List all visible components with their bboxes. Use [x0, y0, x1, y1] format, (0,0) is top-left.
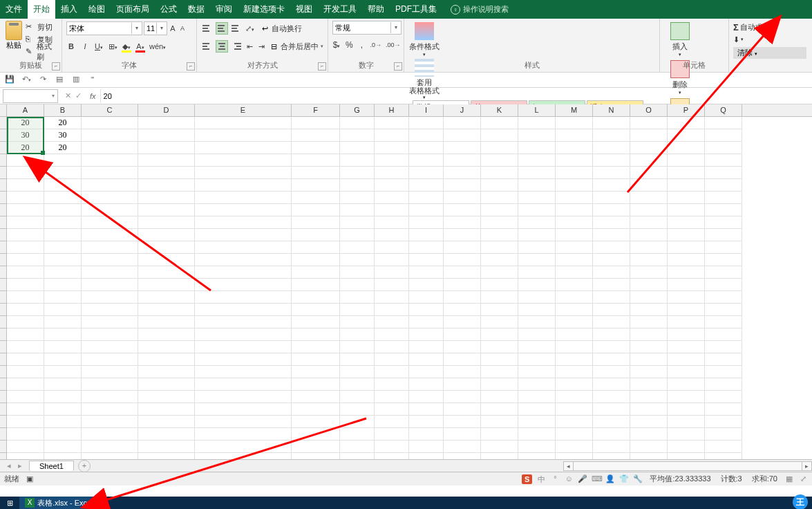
cell[interactable] — [375, 441, 409, 453]
col-header[interactable]: I — [409, 104, 444, 116]
align-bottom-button[interactable] — [230, 22, 243, 35]
cell[interactable] — [292, 117, 340, 129]
cell[interactable] — [409, 279, 444, 291]
phonetic-button[interactable]: wén▾ — [149, 40, 166, 53]
cell[interactable] — [195, 291, 292, 304]
comma-button[interactable]: , — [357, 39, 366, 51]
cell[interactable] — [340, 192, 375, 204]
cell[interactable] — [630, 291, 668, 304]
cell[interactable] — [630, 341, 668, 353]
fill-button[interactable]: ⬇▾ — [733, 33, 806, 46]
cell[interactable] — [668, 341, 705, 353]
cell[interactable] — [409, 453, 444, 459]
cell[interactable] — [409, 129, 444, 142]
cell[interactable] — [138, 154, 195, 167]
tray-icon[interactable]: ° — [550, 474, 560, 484]
cell[interactable] — [705, 254, 742, 266]
cell[interactable] — [444, 266, 481, 279]
cell[interactable] — [44, 254, 82, 266]
cell[interactable] — [481, 142, 518, 154]
cell[interactable] — [82, 216, 138, 229]
cell[interactable] — [630, 179, 668, 192]
cell[interactable] — [668, 154, 705, 167]
fx-icon[interactable]: fx — [86, 92, 100, 100]
cell[interactable] — [630, 204, 668, 216]
cell[interactable] — [375, 204, 409, 216]
cell[interactable] — [138, 117, 195, 129]
cell[interactable] — [444, 279, 481, 291]
qat-icon[interactable]: ▤ — [54, 75, 65, 86]
cell[interactable] — [593, 453, 630, 459]
cell[interactable] — [705, 378, 742, 391]
cell[interactable] — [444, 328, 481, 341]
cell[interactable] — [518, 279, 556, 291]
cell[interactable] — [518, 167, 556, 179]
number-launcher[interactable]: ⌐ — [394, 62, 402, 71]
cell[interactable] — [593, 154, 630, 167]
cell[interactable] — [7, 291, 44, 304]
cell[interactable] — [556, 353, 593, 366]
assistant-badge[interactable]: 王 — [793, 494, 808, 509]
row-header[interactable] — [0, 204, 6, 216]
cell[interactable] — [340, 403, 375, 416]
cell[interactable] — [444, 216, 481, 229]
cell[interactable] — [340, 453, 375, 459]
row-header[interactable] — [0, 428, 6, 441]
cell[interactable] — [630, 216, 668, 229]
fill-color-button[interactable]: ◆▾ — [122, 40, 131, 53]
cell[interactable] — [444, 204, 481, 216]
cell[interactable] — [518, 378, 556, 391]
cell[interactable] — [593, 216, 630, 229]
align-middle-button[interactable] — [216, 22, 228, 35]
sheet-nav-prev[interactable]: ◂ — [0, 461, 18, 470]
cell[interactable] — [444, 428, 481, 441]
cell[interactable] — [444, 192, 481, 204]
cell[interactable] — [630, 304, 668, 316]
cell[interactable] — [292, 428, 340, 441]
col-header[interactable]: E — [195, 104, 292, 116]
cell[interactable] — [82, 441, 138, 453]
menu-tab-5[interactable]: 公式 — [155, 0, 182, 19]
cell[interactable] — [593, 391, 630, 403]
cell[interactable] — [481, 428, 518, 441]
cell[interactable] — [292, 241, 340, 254]
cell[interactable] — [630, 167, 668, 179]
cell[interactable] — [556, 341, 593, 353]
cell[interactable] — [292, 353, 340, 366]
cell[interactable] — [444, 441, 481, 453]
cell[interactable] — [668, 167, 705, 179]
cell[interactable] — [705, 167, 742, 179]
cell[interactable] — [409, 117, 444, 129]
cell[interactable] — [292, 391, 340, 403]
cell[interactable] — [630, 391, 668, 403]
align-right-button[interactable] — [230, 40, 243, 53]
cell[interactable] — [82, 291, 138, 304]
row-header[interactable] — [0, 167, 6, 179]
cell[interactable] — [44, 428, 82, 441]
menu-tab-10[interactable]: 开发工具 — [318, 0, 362, 19]
cell[interactable] — [195, 453, 292, 459]
cell[interactable] — [195, 441, 292, 453]
cell[interactable] — [82, 129, 138, 142]
cell[interactable] — [7, 391, 44, 403]
cell[interactable] — [340, 441, 375, 453]
cell[interactable] — [518, 416, 556, 428]
cell[interactable] — [375, 291, 409, 304]
cells-area[interactable]: 202030302020 — [7, 117, 812, 459]
cell[interactable] — [375, 254, 409, 266]
increase-indent-button[interactable]: ⇥ — [256, 40, 266, 53]
cell[interactable] — [593, 167, 630, 179]
cell[interactable] — [705, 441, 742, 453]
row-header[interactable] — [0, 416, 6, 428]
cell[interactable] — [630, 241, 668, 254]
percent-button[interactable]: % — [345, 39, 353, 51]
view-normal-icon[interactable]: ▦ — [784, 474, 794, 484]
cell[interactable] — [705, 328, 742, 341]
col-header[interactable]: Q — [705, 104, 742, 116]
cell[interactable] — [375, 216, 409, 229]
cell[interactable] — [7, 216, 44, 229]
cell[interactable] — [668, 241, 705, 254]
cell[interactable] — [138, 428, 195, 441]
cell[interactable] — [340, 416, 375, 428]
cell[interactable] — [340, 391, 375, 403]
